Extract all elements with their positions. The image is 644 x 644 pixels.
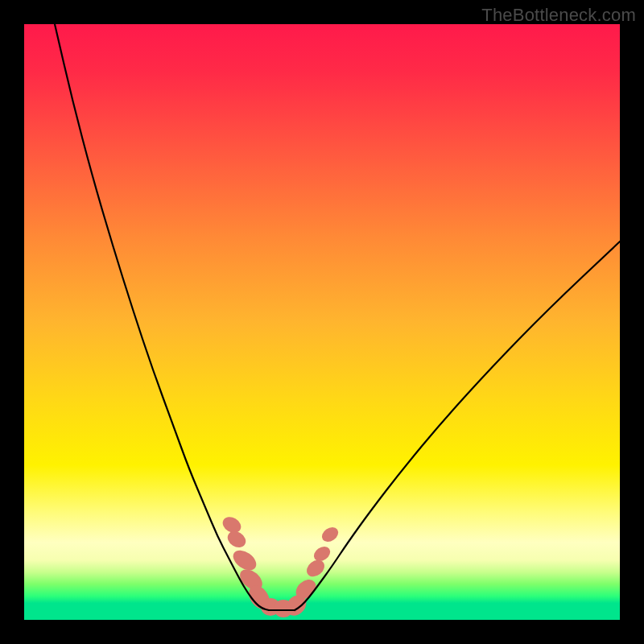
plot-area xyxy=(24,24,620,620)
watermark-text: TheBottleneck.com xyxy=(481,5,636,26)
curve-layer xyxy=(24,24,620,620)
marker-dot xyxy=(319,524,341,545)
marker-layer xyxy=(220,514,341,620)
right-curve xyxy=(295,242,620,610)
chart-frame: TheBottleneck.com xyxy=(0,0,644,644)
